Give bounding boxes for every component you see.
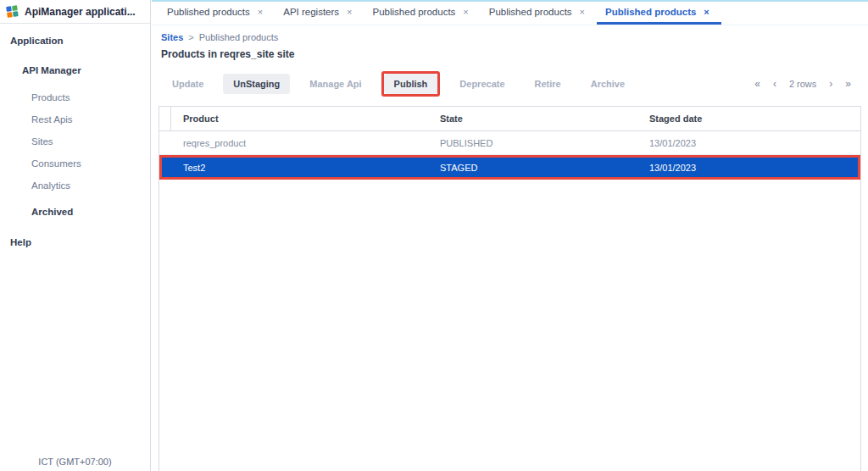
breadcrumb-current: Published products: [199, 32, 279, 42]
pagination: « ‹ 2 rows › »: [754, 78, 860, 90]
cell-product: Test2: [171, 163, 440, 173]
tab-label: API registers: [283, 7, 339, 17]
sidebar-item-api-manager[interactable]: API Manager: [0, 65, 150, 76]
sidebar-item-archived[interactable]: Archived: [0, 207, 150, 218]
archive-button[interactable]: Archive: [581, 74, 635, 94]
pagination-next-icon[interactable]: ›: [829, 78, 832, 90]
tab-close-icon[interactable]: ×: [463, 7, 468, 17]
publish-button[interactable]: Publish: [384, 74, 438, 94]
column-header-state[interactable]: State: [440, 114, 649, 124]
breadcrumb-separator: >: [188, 32, 193, 42]
manage-api-button[interactable]: Manage Api: [299, 74, 371, 94]
sidebar-nav: Application API Manager Products Rest Ap…: [0, 24, 150, 248]
tab-published-products-1[interactable]: Published products ×: [159, 2, 275, 25]
breadcrumb: Sites > Published products: [159, 32, 861, 42]
toolbar: Update UnStaging Manage Api Publish Depr…: [159, 71, 861, 97]
update-button[interactable]: Update: [162, 74, 214, 94]
sidebar-item-application[interactable]: Application: [0, 36, 150, 47]
gutter-cell: [162, 158, 171, 177]
table-header-row: Product State Staged date: [159, 107, 860, 131]
gutter-cell: [159, 131, 171, 154]
tab-api-registers[interactable]: API registers ×: [275, 2, 364, 25]
app-window: ApiManager applicati... Application API …: [0, 0, 868, 471]
publish-annotation-box: Publish: [381, 71, 441, 97]
tab-label: Published products: [373, 7, 456, 17]
pagination-first-icon[interactable]: «: [754, 78, 760, 90]
table-empty-area: [159, 180, 860, 471]
retire-button[interactable]: Retire: [525, 74, 571, 94]
table-row-reqres-product[interactable]: reqres_product PUBLISHED 13/01/2023: [159, 131, 860, 155]
tab-published-products-2[interactable]: Published products ×: [364, 2, 481, 25]
tab-published-products-3[interactable]: Published products ×: [481, 2, 597, 25]
tab-label: Published products: [489, 7, 572, 17]
sidebar-item-help[interactable]: Help: [0, 237, 150, 248]
sidebar-item-sites[interactable]: Sites: [0, 136, 150, 147]
pagination-prev-icon[interactable]: ‹: [773, 78, 776, 90]
pagination-rows-label: 2 rows: [789, 79, 816, 89]
cell-state: PUBLISHED: [440, 138, 649, 148]
sidebar-item-consumers[interactable]: Consumers: [0, 158, 150, 169]
table-row-test2-selected[interactable]: Test2 STAGED 13/01/2023: [159, 155, 860, 180]
cell-state: STAGED: [440, 163, 649, 173]
page-title: Products in reqres_site site: [159, 48, 861, 60]
unstaging-button[interactable]: UnStaging: [223, 74, 290, 94]
column-header-staged-date[interactable]: Staged date: [649, 114, 860, 124]
tab-close-icon[interactable]: ×: [347, 7, 352, 17]
content-panel: Sites > Published products Products in r…: [152, 25, 868, 471]
deprecate-button[interactable]: Deprecate: [449, 74, 515, 94]
tab-close-icon[interactable]: ×: [704, 7, 709, 17]
sidebar-item-analytics[interactable]: Analytics: [0, 180, 150, 191]
breadcrumb-sites-link[interactable]: Sites: [161, 32, 183, 42]
cell-staged-date: 13/01/2023: [649, 163, 858, 173]
cell-staged-date: 13/01/2023: [649, 138, 860, 148]
tab-label: Published products: [605, 7, 696, 17]
tab-close-icon[interactable]: ×: [580, 7, 585, 17]
tab-label: Published products: [167, 7, 250, 17]
sidebar: ApiManager applicati... Application API …: [0, 0, 151, 471]
sidebar-item-rest-apis[interactable]: Rest Apis: [0, 114, 150, 125]
column-header-product[interactable]: Product: [171, 114, 440, 124]
gutter-column: [159, 107, 171, 130]
sidebar-header: ApiManager applicati...: [0, 0, 150, 24]
tab-published-products-active[interactable]: Published products ×: [597, 2, 721, 25]
tab-close-icon[interactable]: ×: [258, 7, 263, 17]
tab-bar: Published products × API registers × Pub…: [152, 0, 868, 25]
products-table: Product State Staged date reqres_product…: [159, 106, 861, 471]
cell-product: reqres_product: [171, 138, 440, 148]
main-area: Published products × API registers × Pub…: [152, 0, 868, 471]
timezone-label: ICT (GMT+07:00): [0, 457, 150, 467]
sidebar-item-products[interactable]: Products: [0, 92, 150, 103]
app-logo-icon: [6, 5, 19, 19]
pagination-last-icon[interactable]: »: [845, 78, 851, 90]
app-title: ApiManager applicati...: [25, 6, 136, 18]
